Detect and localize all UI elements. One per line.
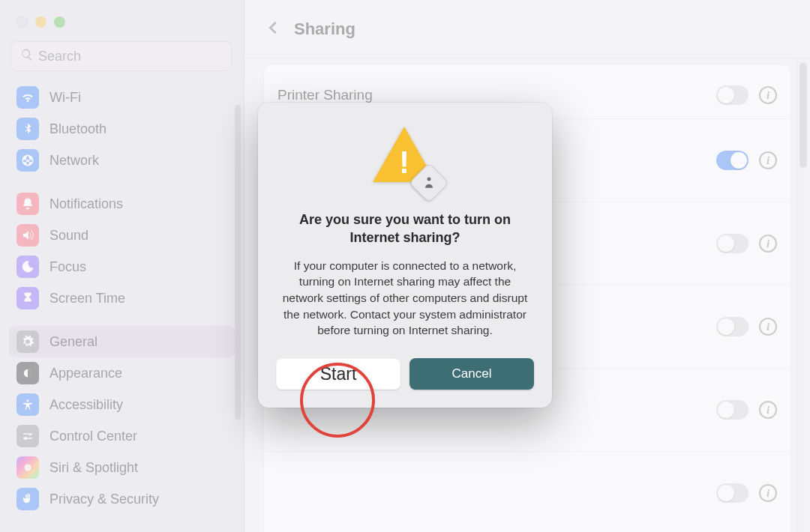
dialog-title: Are you sure you want to turn on Interne… [276, 211, 534, 247]
warning-icon [371, 125, 439, 193]
dialog-body: If your computer is connected to a netwo… [276, 258, 534, 339]
cancel-button[interactable]: Cancel [410, 358, 534, 390]
svg-point-3 [428, 178, 431, 181]
start-button[interactable]: Start [276, 358, 400, 390]
confirm-internet-sharing-dialog: Are you sure you want to turn on Interne… [258, 103, 552, 408]
